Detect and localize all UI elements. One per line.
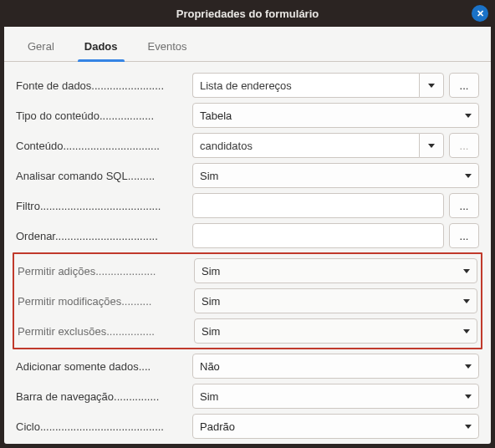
chevron-down-icon <box>428 84 435 88</box>
sort-browse-button[interactable]: ... <box>449 223 479 248</box>
label-allow-modifications: Permitir modificações.......... <box>18 295 189 308</box>
highlighted-permissions: Permitir adições.................... Sim… <box>13 252 482 349</box>
title-bar: Propriedades do formulário ✕ <box>0 0 495 27</box>
tab-general[interactable]: Geral <box>14 33 68 61</box>
row-analyze-sql: Analisar comando SQL......... Sim <box>16 160 479 191</box>
label-content-type: Tipo do conteúdo.................. <box>16 109 187 122</box>
row-data-only: Adicionar somente dados.... Não <box>16 351 479 381</box>
chevron-down-icon <box>463 269 470 273</box>
navbar-value: Sim <box>200 390 218 403</box>
allow-deletions-value: Sim <box>202 325 220 338</box>
row-allow-deletions: Permitir exclusões................ Sim <box>18 316 477 346</box>
datasource-value[interactable]: Lista de endereços <box>192 73 419 98</box>
chevron-down-icon <box>465 364 472 369</box>
allow-additions-value: Sim <box>202 265 220 277</box>
label-content: Conteúdo................................ <box>16 140 187 152</box>
chevron-down-icon <box>463 329 470 333</box>
allow-additions-select[interactable]: Sim <box>194 258 477 283</box>
analyze-sql-value: Sim <box>200 170 218 182</box>
chevron-down-icon <box>465 395 472 399</box>
chevron-down-icon <box>428 144 435 148</box>
row-filter: Filtro..................................… <box>16 191 479 221</box>
datasource-browse-button[interactable]: ... <box>449 73 479 98</box>
row-allow-modifications: Permitir modificações.......... Sim <box>18 286 477 316</box>
window-title: Propriedades do formulário <box>176 8 319 20</box>
label-sort: Ordenar.................................… <box>16 230 187 242</box>
content-value[interactable]: candidatos <box>192 133 419 158</box>
datasource-dropdown[interactable] <box>419 73 444 98</box>
row-datasource: Fonte de dados........................ L… <box>16 70 479 100</box>
label-datasource: Fonte de dados........................ <box>16 79 187 92</box>
tab-events[interactable]: Eventos <box>135 33 201 61</box>
form-content: Fonte de dados........................ L… <box>4 62 491 448</box>
chevron-down-icon <box>465 425 472 429</box>
close-icon: ✕ <box>477 8 484 19</box>
label-allow-additions: Permitir adições.................... <box>18 265 189 277</box>
content-field[interactable]: candidatos <box>192 133 444 158</box>
label-filter: Filtro..................................… <box>16 200 187 212</box>
label-analyze-sql: Analisar comando SQL......... <box>16 170 187 182</box>
content-dropdown[interactable] <box>419 133 444 158</box>
filter-input[interactable] <box>192 193 444 218</box>
allow-modifications-value: Sim <box>202 295 220 308</box>
navbar-select[interactable]: Sim <box>192 384 479 409</box>
allow-deletions-select[interactable]: Sim <box>194 318 477 344</box>
label-cycle: Ciclo...................................… <box>16 420 187 433</box>
row-content: Conteúdo................................… <box>16 130 479 160</box>
content-browse-button: ... <box>449 133 479 158</box>
content-type-select[interactable]: Tabela <box>192 103 479 128</box>
allow-modifications-select[interactable]: Sim <box>194 288 477 313</box>
row-content-type: Tipo do conteúdo.................. Tabel… <box>16 100 479 130</box>
tab-data[interactable]: Dados <box>71 33 131 61</box>
sort-input[interactable] <box>192 223 444 248</box>
label-data-only: Adicionar somente dados.... <box>16 360 187 373</box>
datasource-field[interactable]: Lista de endereços <box>192 73 444 98</box>
chevron-down-icon <box>465 114 472 118</box>
row-navbar: Barra de navegação............... Sim <box>16 381 479 411</box>
row-cycle: Ciclo...................................… <box>16 411 479 441</box>
tab-bar: Geral Dados Eventos <box>4 27 491 62</box>
analyze-sql-select[interactable]: Sim <box>192 163 479 188</box>
chevron-down-icon <box>465 174 472 178</box>
label-navbar: Barra de navegação............... <box>16 390 187 403</box>
row-sort: Ordenar.................................… <box>16 221 479 251</box>
close-button[interactable]: ✕ <box>472 5 488 22</box>
filter-browse-button[interactable]: ... <box>449 193 479 218</box>
label-allow-deletions: Permitir exclusões................ <box>18 325 189 338</box>
row-allow-additions: Permitir adições.................... Sim <box>18 256 477 286</box>
cycle-select[interactable]: Padrão <box>192 414 479 439</box>
cycle-value: Padrão <box>200 420 235 433</box>
window-body: Geral Dados Eventos Fonte de dados......… <box>4 27 491 444</box>
content-type-value: Tabela <box>200 109 232 122</box>
chevron-down-icon <box>463 299 470 303</box>
data-only-value: Não <box>200 360 220 373</box>
data-only-select[interactable]: Não <box>192 354 479 379</box>
